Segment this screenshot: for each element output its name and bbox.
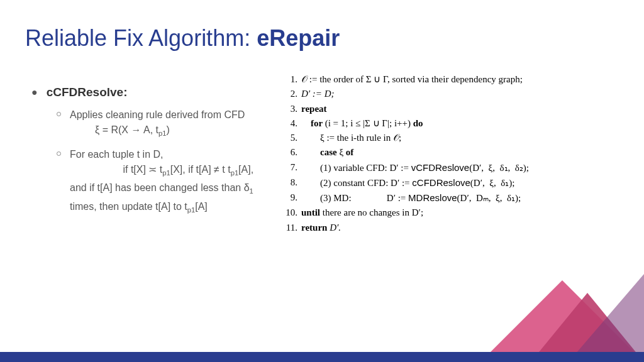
line-body: return D′. — [301, 221, 629, 235]
line-number: 3. — [280, 102, 297, 116]
bullet-ring-icon — [57, 151, 61, 156]
text-fragment: D′ := D; — [301, 89, 335, 99]
text-fragment: times, then update t[A] to t — [70, 201, 187, 212]
subscript: 1 — [250, 188, 253, 195]
algo-line: 11.return D′. — [280, 221, 629, 235]
text-fragment: (1) variable CFD: D′ := — [301, 163, 411, 173]
text-fragment: there are no changes in D′; — [323, 207, 423, 217]
bottom-bar — [0, 352, 644, 362]
line-body: for (i = 1; i ≤ |Σ ∪ Γ|; i++) do — [301, 116, 629, 131]
bullet-dot-icon: ● — [31, 85, 38, 100]
line-number: 1. — [280, 72, 297, 87]
left-column: ● cCFDResolve: Applies cleaning rule der… — [31, 85, 264, 224]
algo-line: 5. ξ := the i-th rule in 𝒪; — [280, 131, 629, 145]
algo-line: 10.until there are no changes in D′; — [280, 206, 629, 220]
text-fragment: (D′, Dₘ, ξ, δ₁); — [457, 193, 521, 203]
bullet-level1: ● cCFDResolve: — [31, 85, 264, 100]
line-body: (1) variable CFD: D′ := vCFDReslove(D′, … — [301, 160, 629, 175]
line-number: 6. — [280, 145, 297, 160]
line-body: until there are no changes in D′; — [301, 206, 629, 220]
text-fragment: (i = 1; i ≤ |Σ ∪ Γ|; i++) — [325, 118, 413, 128]
algo-line: 6. case ξ of — [280, 145, 629, 160]
algo-line: 2.D′ := D; — [280, 87, 629, 101]
line-number: 7. — [280, 160, 297, 175]
text-fragment: if t[X] ≍ t — [123, 164, 162, 175]
decoration-triangles-icon — [443, 249, 644, 362]
line-number: 11. — [280, 221, 297, 235]
bullet-text: For each tuple t in D, if t[X] ≍ tp1[X],… — [70, 147, 264, 217]
slide-title: Reliable Fix Algorithm: eRepair — [25, 25, 340, 52]
line-number: 8. — [280, 175, 297, 190]
bullet-level2: Applies cleaning rule derived from CFD ξ… — [57, 107, 264, 141]
line-body: (2) constant CFD: D′ := cCFDReslove(D′, … — [301, 175, 629, 190]
keyword: until — [301, 207, 323, 217]
text-fragment: ) — [166, 124, 169, 135]
slide: { "title": { "prefix": "Reliable Fix Alg… — [0, 0, 644, 362]
text-fragment: [X], if t[A] ≠ t — [170, 164, 225, 175]
text-fragment: Applies cleaning rule derived from CFD — [70, 109, 245, 120]
algo-line: 7. (1) variable CFD: D′ := vCFDReslove(D… — [280, 160, 629, 175]
function-name: MDReslove — [408, 192, 457, 203]
text-fragment — [70, 164, 123, 175]
keyword: for — [301, 118, 325, 128]
svg-marker-0 — [480, 280, 644, 362]
subscript: p1 — [231, 169, 238, 177]
svg-marker-2 — [569, 274, 644, 362]
line-number: 9. — [280, 190, 297, 206]
keyword: do — [413, 118, 423, 128]
title-prefix: Reliable Fix Algorithm: — [25, 25, 257, 51]
keyword: of — [346, 147, 354, 157]
bullet-text: Applies cleaning rule derived from CFD ξ… — [70, 107, 264, 141]
keyword: return — [301, 222, 330, 233]
line-body: case ξ of — [301, 145, 629, 160]
keyword: repeat — [301, 104, 327, 114]
line-number: 5. — [280, 131, 297, 145]
function-name: cCFDReslove — [412, 177, 470, 188]
bullet-ring-icon — [57, 112, 61, 116]
subscript: p1 — [187, 206, 195, 214]
algorithm-block: 1.𝒪 := the order of Σ ∪ Γ, sorted via th… — [280, 72, 629, 235]
line-body: (3) MD: D′ := MDReslove(D′, Dₘ, ξ, δ₁); — [301, 190, 629, 206]
text-fragment: (D′, ξ, δ₁); — [470, 178, 515, 188]
text-fragment: (3) MD: D′ := — [301, 193, 408, 203]
text-fragment: D′. — [330, 222, 341, 233]
line-number: 10. — [280, 206, 297, 220]
line-number: 2. — [280, 87, 297, 101]
line-body: ξ := the i-th rule in 𝒪; — [301, 131, 629, 145]
function-name: vCFDReslove — [411, 162, 470, 173]
text-fragment: ξ = R(X → A, t — [95, 124, 158, 135]
bullet-heading: cCFDResolve: — [47, 85, 128, 100]
text-fragment: (2) constant CFD: D′ := — [301, 178, 412, 188]
line-body: 𝒪 := the order of Σ ∪ Γ, sorted via thei… — [301, 72, 629, 87]
title-emphasis: eRepair — [257, 25, 340, 51]
subscript: p1 — [158, 129, 166, 137]
subscript: p1 — [162, 169, 170, 177]
text-fragment: For each tuple t in D, — [70, 149, 164, 160]
keyword: case — [301, 147, 339, 157]
line-body: D′ := D; — [301, 87, 629, 101]
text-fragment: [A] — [195, 201, 208, 212]
text-fragment: (D′, ξ, δ₁, δ₂); — [469, 163, 529, 173]
bullet-level2: For each tuple t in D, if t[X] ≍ tp1[X],… — [57, 147, 264, 217]
algo-line: 3.repeat — [280, 102, 629, 116]
line-number: 4. — [280, 116, 297, 131]
text-fragment: ξ — [339, 147, 345, 157]
algo-line: 4. for (i = 1; i ≤ |Σ ∪ Γ|; i++) do — [280, 116, 629, 131]
algo-line: 9. (3) MD: D′ := MDReslove(D′, Dₘ, ξ, δ₁… — [280, 190, 629, 206]
line-body: repeat — [301, 102, 629, 116]
algo-line: 8. (2) constant CFD: D′ := cCFDReslove(D… — [280, 175, 629, 190]
algo-line: 1.𝒪 := the order of Σ ∪ Γ, sorted via th… — [280, 72, 629, 87]
